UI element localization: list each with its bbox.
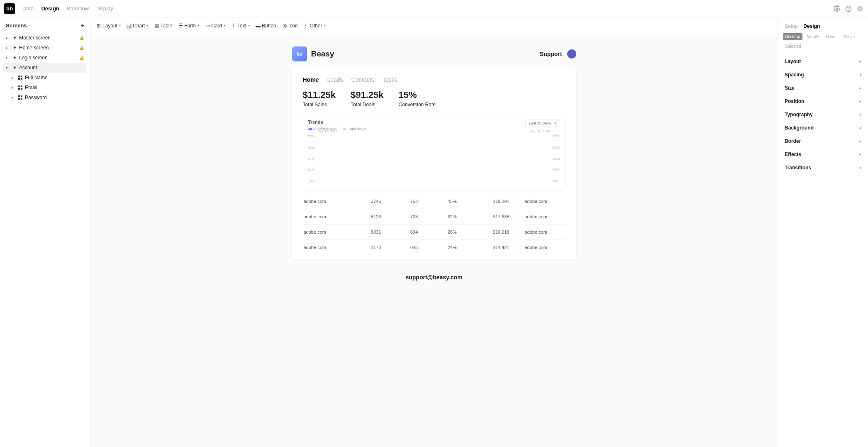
add-screen-icon[interactable]: +: [81, 22, 84, 29]
screen-item[interactable]: ▾Account: [3, 63, 87, 73]
chevron-left-icon: ◂: [859, 99, 861, 103]
table-row[interactable]: adobe.com: [524, 240, 566, 255]
xaxis-start: Nov 10, 2017: [318, 129, 338, 133]
y-tick: $5k: [553, 179, 560, 183]
play-icon[interactable]: [856, 5, 864, 12]
svg-point-0: [836, 8, 838, 10]
text-icon: T: [231, 23, 236, 28]
screen-child-item[interactable]: ▸Email: [9, 83, 87, 93]
card-tab-contacts[interactable]: Contacts: [351, 76, 374, 83]
prop-group-effects[interactable]: Effects◂: [783, 148, 863, 161]
svg-rect-18: [18, 98, 20, 100]
kpi-label: Total Sales: [303, 102, 336, 107]
tool-chart[interactable]: 📊Chart▾: [127, 23, 148, 29]
chart-range-label: Last 30 Days: [529, 121, 551, 125]
left-panel: Screens + ▸Master screen🔒▸Home screen🔒▸L…: [0, 17, 90, 447]
prop-group-typography[interactable]: Typography◂: [783, 108, 863, 121]
xaxis-end: Dec 10, 2017: [531, 129, 551, 133]
chevron-down-icon: ▾: [554, 121, 556, 125]
lock-icon: 🔒: [79, 36, 84, 40]
support-link[interactable]: Support: [540, 51, 562, 57]
table-row[interactable]: adobe.com883669428%$16,218: [303, 225, 510, 240]
topnav-data[interactable]: Data: [22, 5, 34, 12]
svg-rect-10: [18, 78, 20, 80]
help-icon[interactable]: [845, 5, 852, 12]
chart-title: Trends: [308, 120, 367, 125]
prop-group-layout[interactable]: Layout◂: [783, 55, 863, 68]
kpi-value: $91.25k: [351, 90, 384, 100]
table-row[interactable]: adobe.com: [524, 225, 566, 240]
svg-rect-19: [21, 98, 22, 100]
svg-rect-12: [18, 85, 20, 87]
footer-email[interactable]: support@beasy.com: [292, 274, 576, 281]
prop-group-spacing[interactable]: Spacing◂: [783, 68, 863, 81]
screen-logo: be: [292, 46, 307, 61]
tool-form[interactable]: ☰Form▾: [178, 23, 199, 29]
y-tick: $25k: [553, 134, 560, 138]
chevron-left-icon: ◂: [859, 59, 861, 64]
gear-icon[interactable]: [833, 5, 841, 12]
svg-rect-13: [21, 85, 22, 87]
prop-group-transitions[interactable]: Transitions◂: [783, 161, 863, 174]
app-logo[interactable]: bb: [4, 3, 15, 14]
tool-table[interactable]: ▦Table: [154, 23, 172, 29]
kpi: $11.25kTotal Sales: [303, 90, 336, 107]
side-table: adobe.comadobe.comadobe.comadobe.com: [517, 194, 566, 255]
topnav-workflow[interactable]: Workflow: [67, 5, 89, 12]
layout-icon: ⊞: [96, 23, 101, 28]
svg-point-2: [848, 10, 849, 10]
prop-group-background[interactable]: Background◂: [783, 121, 863, 134]
card-tabs: HomeLeadsContactsTasks: [303, 76, 566, 83]
screen-header: be Beasy Support: [292, 42, 576, 67]
state-desktop[interactable]: Desktop: [783, 33, 802, 40]
state-selected[interactable]: Selected: [783, 43, 803, 50]
svg-rect-15: [21, 88, 22, 90]
kpi-value: $11.25k: [303, 90, 336, 100]
avatar[interactable]: [567, 49, 576, 59]
chevron-left-icon: ◂: [859, 112, 861, 117]
state-hover[interactable]: Hover: [824, 33, 839, 40]
y-tick: $5k: [308, 179, 315, 183]
svg-rect-11: [21, 78, 22, 80]
table-row[interactable]: adobe.com117364524%$14,421: [303, 240, 510, 255]
tool-text[interactable]: TText▾: [231, 23, 250, 29]
screen-child-item[interactable]: ▸Password: [9, 93, 87, 103]
table-icon: ▦: [154, 23, 159, 28]
screens-header: Screens: [6, 22, 27, 29]
kpi: $91.25kTotal Deals: [351, 90, 384, 107]
state-active[interactable]: Active: [841, 33, 857, 40]
kpi-label: Total Deals: [351, 102, 384, 107]
table-row[interactable]: adobe.com: [524, 209, 566, 225]
tool-card[interactable]: ▭Card▾: [205, 23, 225, 29]
topnav-design[interactable]: Design: [41, 5, 59, 12]
prop-group-position[interactable]: Position◂: [783, 95, 863, 108]
state-mobile[interactable]: Mobile: [805, 33, 821, 40]
card-tab-leads[interactable]: Leads: [327, 76, 343, 83]
table-row[interactable]: adobe.com812672832%$17,638: [303, 209, 510, 225]
screen-child-item[interactable]: ▸Full Name: [9, 73, 87, 83]
component-toolbar: ⊞Layout▾📊Chart▾▦Table☰Form▾▭Card▾TText▾▬…: [90, 17, 778, 34]
chevron-left-icon: ◂: [859, 152, 861, 156]
table-row[interactable]: adobe.com: [524, 194, 566, 209]
screen-title: Beasy: [311, 49, 334, 59]
tool-other[interactable]: ⋮Other▾: [303, 23, 325, 29]
right-tab-design[interactable]: Design: [803, 23, 820, 29]
card-tab-home[interactable]: Home: [303, 76, 319, 83]
screen-item[interactable]: ▸Master screen🔒: [3, 33, 87, 43]
screen-item[interactable]: ▸Login screen🔒: [3, 53, 87, 63]
table-row[interactable]: adobe.com374675243%$19,291: [303, 194, 510, 209]
right-tab-setup[interactable]: Setup: [785, 23, 797, 29]
prop-group-border[interactable]: Border◂: [783, 134, 863, 148]
screen-item[interactable]: ▸Home screen🔒: [3, 43, 87, 53]
tool-icon[interactable]: ◎Icon: [282, 23, 298, 29]
y-tick: $25k: [308, 134, 315, 138]
svg-rect-8: [18, 76, 20, 77]
other-icon: ⋮: [303, 23, 308, 28]
card-tab-tasks[interactable]: Tasks: [383, 76, 397, 83]
prop-group-size[interactable]: Size◂: [783, 81, 863, 95]
tool-button[interactable]: ▬Button: [256, 23, 276, 29]
chart-range-dropdown[interactable]: Last 30 Days ▾: [525, 120, 560, 127]
topbar: bb DataDesignWorkflowDeploy: [0, 0, 868, 17]
tool-layout[interactable]: ⊞Layout▾: [96, 23, 121, 29]
topnav-deploy[interactable]: Deploy: [96, 5, 113, 12]
